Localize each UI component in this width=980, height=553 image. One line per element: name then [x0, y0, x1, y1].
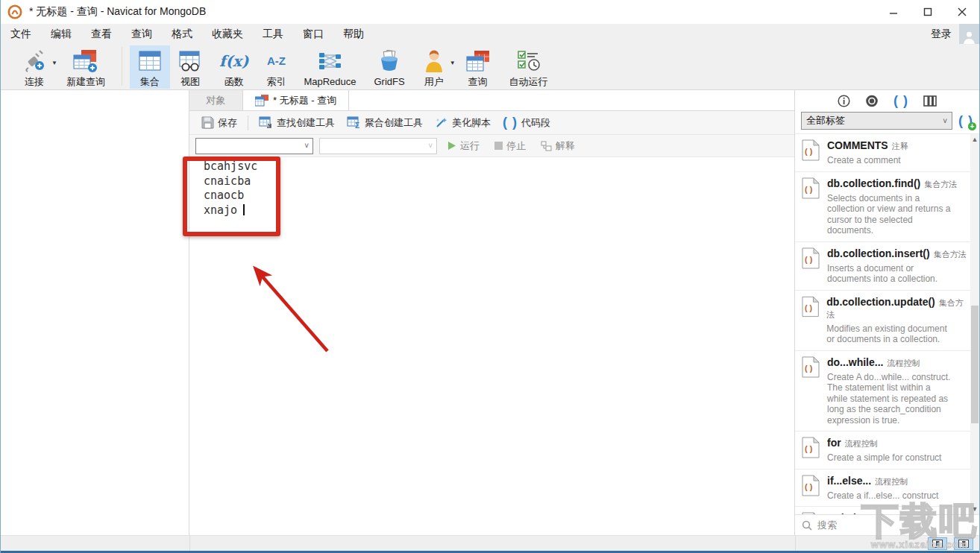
- scroll-up-icon[interactable]: ▲: [970, 134, 979, 145]
- views-button[interactable]: 视图: [170, 45, 210, 89]
- new-query-button[interactable]: 新建查询: [57, 45, 114, 89]
- maximize-button[interactable]: [911, 0, 945, 24]
- code-snippet-button[interactable]: ( ) 代码段: [497, 113, 556, 133]
- user-avatar-icon[interactable]: [959, 24, 979, 44]
- scroll-down-icon[interactable]: ▼: [970, 504, 979, 514]
- automation-checklist-clock-icon: [516, 48, 541, 74]
- snippet-title: db.collection.find(): [827, 177, 920, 189]
- snippet-item-update[interactable]: ( ) db.collection.update()集合方法 Modifies …: [795, 291, 970, 351]
- menu-window[interactable]: 窗口: [293, 24, 333, 44]
- toggle-left-pane-button[interactable]: [928, 537, 947, 550]
- svg-text:( ): ( ): [805, 147, 813, 156]
- snippet-item-ifelse[interactable]: ( ) if...else...流程控制 Create a if...else.…: [795, 470, 970, 508]
- connections-sidebar[interactable]: [1, 90, 189, 535]
- snippet-tag: 集合方法: [924, 180, 957, 189]
- snippet-item-comments[interactable]: ( ) COMMENTS注释 Create a comment: [795, 134, 970, 172]
- login-button[interactable]: 登录: [928, 28, 955, 41]
- functions-button[interactable]: f(x) 函数: [210, 45, 257, 89]
- snippet-item-for[interactable]: ( ) for流程控制 Create a simple for construc…: [795, 432, 970, 470]
- main-toolbar: 连接 ▼ 新建查询: [1, 44, 979, 90]
- statusbar-divider: [189, 536, 190, 551]
- snippet-title: db.collection.insert(): [827, 247, 930, 259]
- users-dropdown-icon[interactable]: ▼: [450, 60, 456, 66]
- menu-help[interactable]: 帮助: [333, 24, 374, 44]
- collection-table-icon: [139, 48, 161, 74]
- snippet-description: Selects documents in a collection or vie…: [827, 193, 952, 236]
- snippets-panel: ( ) 全部标签 ˅ ( ) + ( ): [795, 90, 979, 535]
- svg-text:Σ: Σ: [355, 121, 359, 129]
- connection-button[interactable]: 连接: [13, 45, 56, 89]
- explain-button[interactable]: 解释: [536, 139, 579, 153]
- snippet-list: ( ) COMMENTS注释 Create a comment ( ) db.c…: [795, 133, 979, 514]
- query-toolbar-separator: [248, 116, 248, 130]
- menu-format[interactable]: 格式: [162, 24, 202, 44]
- toggle-right-pane-button[interactable]: [954, 537, 973, 550]
- indexes-button[interactable]: A-Z 索引: [257, 45, 295, 89]
- svg-text:( ): ( ): [805, 255, 813, 264]
- run-button[interactable]: 运行: [443, 139, 484, 153]
- query-toolbar: 保存 查找创建工具: [189, 111, 794, 135]
- gridfs-button[interactable]: GridFS: [365, 45, 413, 89]
- snippet-search-field[interactable]: 搜索: [795, 514, 979, 535]
- menu-query[interactable]: 查询: [122, 24, 162, 44]
- menu-file[interactable]: 文件: [1, 24, 41, 44]
- collections-button[interactable]: 集合: [130, 45, 170, 89]
- connection-dropdown-icon[interactable]: ▼: [51, 60, 57, 66]
- beautify-wand-icon: [435, 116, 448, 129]
- stop-button[interactable]: 停止: [490, 139, 530, 153]
- preview-eye-icon[interactable]: [865, 95, 879, 107]
- svg-text:( ): ( ): [805, 185, 813, 194]
- connection-combobox[interactable]: ˅: [195, 138, 313, 154]
- users-button[interactable]: 用户: [414, 45, 454, 89]
- menu-bar: 文件 编辑 查看 查询 格式 收藏夹 工具 窗口 帮助 登录: [1, 24, 979, 44]
- svg-text:( ): ( ): [805, 303, 813, 312]
- automation-button[interactable]: 自动运行: [500, 45, 557, 89]
- menu-tools[interactable]: 工具: [253, 24, 293, 44]
- snippet-scrollbar[interactable]: ▲ ▼: [970, 134, 979, 514]
- columns-grid-icon[interactable]: [923, 95, 937, 107]
- tab-query-active[interactable]: * 无标题 - 查询: [243, 90, 349, 110]
- navicat-logo-icon: [7, 4, 22, 19]
- mapreduce-button[interactable]: MapReduce: [295, 45, 365, 89]
- menu-edit[interactable]: 编辑: [41, 24, 81, 44]
- search-placeholder: 搜索: [817, 519, 837, 532]
- scrollbar-thumb[interactable]: [971, 306, 979, 423]
- snippet-item-switch[interactable]: ( ) switch流程控制 Create a switch construct: [795, 507, 970, 514]
- snippet-filter-row: 全部标签 ˅ ( ) +: [795, 111, 979, 133]
- query-editor[interactable]: bcahjsvccnaicbacnaocbxnajo: [189, 157, 794, 535]
- query-button[interactable]: 查询: [456, 45, 500, 89]
- save-button[interactable]: 保存: [195, 113, 243, 133]
- editor-text: bcahjsvccnaicbacnaocbxnajo: [204, 159, 257, 218]
- minimize-button[interactable]: [876, 0, 911, 24]
- gridfs-bucket-icon: [377, 48, 401, 75]
- info-icon[interactable]: [838, 95, 850, 107]
- snippet-description: Create a simple for construct: [827, 452, 941, 464]
- user-person-icon: [423, 48, 445, 74]
- query-tables-icon: [465, 48, 491, 74]
- close-button[interactable]: [945, 0, 979, 24]
- find-builder-icon: [259, 116, 273, 129]
- function-fx-icon: f(x): [219, 48, 248, 74]
- snippet-item-insert[interactable]: ( ) db.collection.insert()集合方法 Inserts a…: [795, 242, 970, 291]
- menu-view[interactable]: 查看: [81, 24, 122, 44]
- snippets-code-icon[interactable]: ( ): [893, 93, 908, 109]
- snippet-item-find[interactable]: ( ) db.collection.find()集合方法 Selects doc…: [795, 172, 970, 242]
- svg-text:( ): ( ): [805, 364, 813, 373]
- snippet-doc-icon: ( ): [802, 475, 820, 496]
- aggregate-builder-button[interactable]: Σ 聚合创建工具: [341, 113, 429, 133]
- snippet-tag: 流程控制: [875, 477, 908, 486]
- aggregate-builder-icon: Σ: [347, 116, 361, 129]
- tab-objects[interactable]: 对象: [189, 90, 243, 110]
- beautify-script-button[interactable]: 美化脚本: [429, 113, 497, 133]
- tag-filter-select[interactable]: 全部标签 ˅: [801, 112, 952, 130]
- status-bar: [1, 535, 979, 551]
- plus-badge-icon: +: [968, 122, 976, 130]
- stop-square-icon: [494, 142, 503, 150]
- database-combobox[interactable]: ˅: [319, 138, 437, 154]
- snippet-doc-icon: ( ): [802, 437, 820, 458]
- find-builder-button[interactable]: 查找创建工具: [253, 113, 341, 133]
- automation-label: 自动运行: [509, 75, 548, 89]
- snippet-item-dowhile[interactable]: ( ) do...while...流程控制 Create A do...whil…: [795, 351, 970, 432]
- menu-favorites[interactable]: 收藏夹: [202, 24, 253, 44]
- new-snippet-button[interactable]: ( ) +: [957, 112, 975, 130]
